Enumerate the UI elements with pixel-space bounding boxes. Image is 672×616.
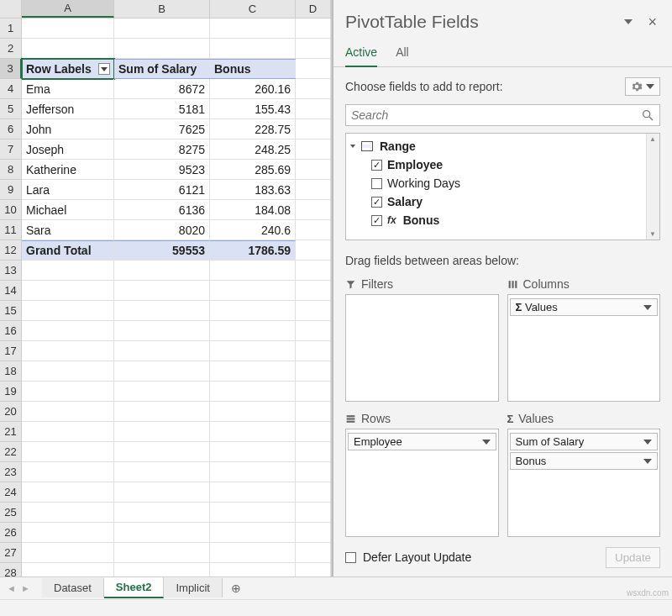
cell[interactable] xyxy=(296,281,331,301)
checkbox[interactable] xyxy=(371,215,382,226)
cell[interactable] xyxy=(296,543,331,563)
cell[interactable] xyxy=(296,382,331,402)
row-header[interactable]: 24 xyxy=(0,482,22,503)
row-header[interactable]: 3 xyxy=(0,59,22,79)
cell[interactable] xyxy=(296,79,331,99)
tab-active[interactable]: Active xyxy=(345,40,377,67)
cell[interactable]: 184.08 xyxy=(210,200,296,220)
cell[interactable] xyxy=(22,563,114,577)
row-header[interactable]: 20 xyxy=(0,402,22,422)
tab-sheet2[interactable]: Sheet2 xyxy=(104,577,165,598)
cell[interactable] xyxy=(114,361,210,382)
cell[interactable] xyxy=(210,442,296,462)
cell[interactable] xyxy=(114,341,210,361)
cell[interactable]: John xyxy=(22,119,114,140)
cell[interactable]: 7625 xyxy=(114,119,210,140)
cell[interactable]: 5181 xyxy=(114,99,210,119)
cell[interactable] xyxy=(296,39,331,59)
row-header[interactable]: 13 xyxy=(0,261,22,281)
cell[interactable]: Sum of Salary xyxy=(114,59,210,79)
cell[interactable]: Row Labels xyxy=(22,59,114,79)
cell[interactable]: Katherine xyxy=(22,160,114,180)
cell[interactable] xyxy=(114,442,210,462)
cell[interactable] xyxy=(22,382,114,402)
cell[interactable]: Michael xyxy=(22,200,114,220)
cell[interactable]: Sara xyxy=(22,220,114,240)
cell[interactable] xyxy=(296,18,331,39)
cell[interactable] xyxy=(114,301,210,321)
cell[interactable] xyxy=(296,563,331,577)
cell[interactable] xyxy=(114,39,210,59)
cell[interactable] xyxy=(296,220,331,240)
cell[interactable]: Joseph xyxy=(22,140,114,160)
cell[interactable] xyxy=(22,482,114,503)
tools-button[interactable] xyxy=(625,77,660,96)
cell[interactable]: Bonus xyxy=(210,59,296,79)
cell[interactable] xyxy=(296,422,331,442)
cell[interactable] xyxy=(296,482,331,503)
cell[interactable] xyxy=(114,503,210,523)
cell[interactable] xyxy=(114,281,210,301)
cell[interactable]: 6136 xyxy=(114,200,210,220)
cell[interactable]: 248.25 xyxy=(210,140,296,160)
cell[interactable] xyxy=(210,482,296,503)
cell[interactable]: 155.43 xyxy=(210,99,296,119)
cell[interactable] xyxy=(296,140,331,160)
cell[interactable]: 260.16 xyxy=(210,79,296,99)
cell[interactable] xyxy=(22,18,114,39)
field-item[interactable]: fxBonus xyxy=(346,211,646,229)
row-header[interactable]: 10 xyxy=(0,200,22,220)
checkbox[interactable] xyxy=(371,178,382,189)
field-item[interactable]: Working Days xyxy=(346,174,646,192)
cell[interactable]: 1786.59 xyxy=(210,240,296,261)
field-list-scrollbar[interactable] xyxy=(646,134,659,240)
checkbox[interactable] xyxy=(371,197,382,208)
cell[interactable] xyxy=(296,99,331,119)
cell[interactable] xyxy=(296,321,331,341)
cell[interactable]: 228.75 xyxy=(210,119,296,140)
cell[interactable] xyxy=(22,543,114,563)
field-item[interactable]: Salary xyxy=(346,192,646,211)
cell[interactable]: 59553 xyxy=(114,240,210,261)
cell[interactable]: 6121 xyxy=(114,180,210,200)
cell[interactable] xyxy=(114,482,210,503)
cell[interactable] xyxy=(210,563,296,577)
cell[interactable]: Jefferson xyxy=(22,99,114,119)
cell[interactable] xyxy=(114,563,210,577)
cell[interactable] xyxy=(210,462,296,482)
cell[interactable] xyxy=(296,59,331,79)
cell[interactable] xyxy=(22,301,114,321)
row-header[interactable]: 14 xyxy=(0,281,22,301)
cell[interactable] xyxy=(210,382,296,402)
columns-drop[interactable]: Σ Values xyxy=(507,294,661,402)
row-header[interactable]: 22 xyxy=(0,442,22,462)
select-all-cell[interactable] xyxy=(0,0,22,18)
cell[interactable] xyxy=(296,442,331,462)
new-sheet-button[interactable]: ⊕ xyxy=(223,578,249,598)
cell[interactable] xyxy=(296,462,331,482)
row-header[interactable]: 12 xyxy=(0,240,22,261)
cell[interactable] xyxy=(22,503,114,523)
cell[interactable] xyxy=(22,321,114,341)
cell[interactable] xyxy=(22,341,114,361)
col-header-B[interactable]: B xyxy=(114,0,210,18)
cell[interactable]: 285.69 xyxy=(210,160,296,180)
cell[interactable] xyxy=(114,18,210,39)
row-header[interactable]: 16 xyxy=(0,321,22,341)
cell[interactable] xyxy=(210,543,296,563)
cell[interactable] xyxy=(210,301,296,321)
cell[interactable] xyxy=(296,160,331,180)
row-header[interactable]: 15 xyxy=(0,301,22,321)
tab-implicit[interactable]: Implicit xyxy=(164,578,222,598)
cell[interactable] xyxy=(210,39,296,59)
cell[interactable] xyxy=(210,503,296,523)
row-header[interactable]: 23 xyxy=(0,462,22,482)
search-input-container[interactable] xyxy=(345,104,660,126)
tab-dataset[interactable]: Dataset xyxy=(42,578,104,598)
cell[interactable] xyxy=(296,402,331,422)
cell[interactable] xyxy=(210,261,296,281)
row-header[interactable]: 25 xyxy=(0,503,22,523)
row-header[interactable]: 17 xyxy=(0,341,22,361)
col-header-D[interactable]: D xyxy=(296,0,331,18)
cell[interactable] xyxy=(210,361,296,382)
